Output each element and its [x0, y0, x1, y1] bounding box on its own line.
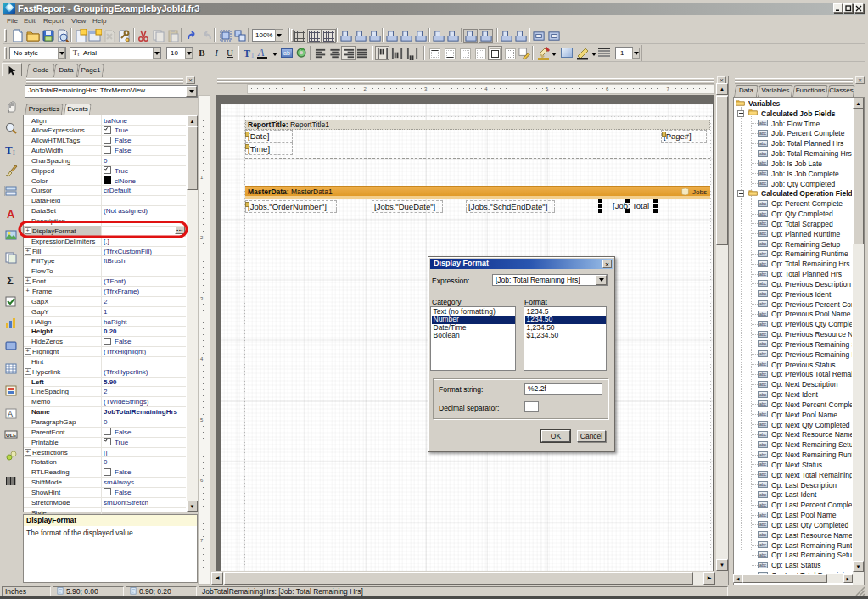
svg-text:T: T — [244, 48, 250, 59]
svg-text:T: T — [250, 51, 255, 59]
svg-text:t: t — [78, 51, 80, 57]
svg-text:T: T — [5, 143, 13, 156]
svg-text:I: I — [13, 149, 15, 157]
svg-text:Σ: Σ — [7, 274, 14, 287]
svg-text:A: A — [257, 47, 265, 59]
svg-text:A: A — [8, 410, 13, 418]
svg-text:OLE: OLE — [6, 433, 16, 438]
